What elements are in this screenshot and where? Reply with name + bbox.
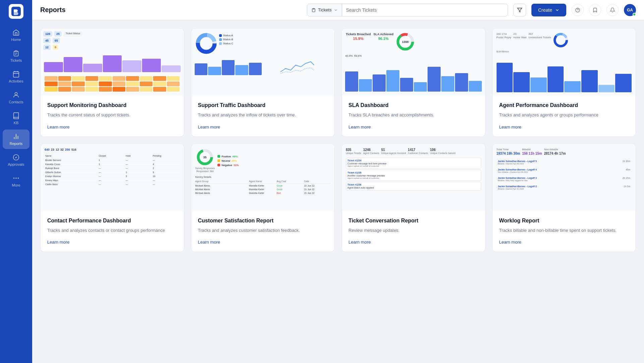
- card-body-worklog: Worklog Report Tracks billable and non-b…: [493, 211, 636, 252]
- create-button[interactable]: Create: [531, 4, 566, 16]
- filter-button[interactable]: [513, 4, 526, 16]
- avatar[interactable]: GA: [624, 4, 636, 16]
- notifications-button[interactable]: [606, 4, 619, 16]
- card-preview-traffic: Status A Status B Status C: [191, 29, 335, 96]
- bookmark-icon: [592, 7, 598, 13]
- card-body-conversation: Ticket Conversation Report Review messag…: [342, 211, 485, 252]
- learn-more-link[interactable]: Learn more: [47, 124, 69, 129]
- svg-point-3: [15, 93, 17, 95]
- card-body-monitoring: Support Monitoring Dashboard Tracks the …: [41, 96, 184, 137]
- svg-point-6: [15, 177, 17, 179]
- card-preview-agent: 26h 17m Public Reply 23 Home Wait 267 Un…: [493, 29, 636, 96]
- learn-more-link[interactable]: Learn more: [47, 240, 69, 245]
- card-csat[interactable]: 35 Survey Responses Responded: 368 Posit…: [191, 144, 335, 252]
- gauge-chart: 1398: [396, 33, 414, 51]
- card-desc: Tracks and analyzes agents or groups per…: [499, 112, 629, 118]
- sidebar-item-activities[interactable]: Activities: [3, 67, 29, 87]
- card-title: Worklog Report: [499, 218, 629, 224]
- card-ticket-conversation[interactable]: 835 Unique Tickets 1246 Agent Contacts 5…: [341, 144, 486, 252]
- svg-point-7: [18, 177, 19, 179]
- sidebar-item-contacts[interactable]: Contacts: [3, 88, 29, 107]
- header: Reports Tickets Create GA: [32, 0, 644, 20]
- csat-gauge: 35: [196, 148, 214, 166]
- page-title: Reports: [40, 6, 66, 14]
- learn-more-link[interactable]: Learn more: [499, 124, 521, 129]
- card-preview-worklog: Total Time 19374 19h 30m Billable 156 11…: [493, 144, 636, 211]
- line-chart: [264, 58, 331, 75]
- card-title: Contact Performance Dashboard: [47, 218, 177, 224]
- card-title: Support Traffic Dashboard: [198, 102, 328, 108]
- svg-rect-2: [13, 72, 19, 77]
- learn-more-link[interactable]: Learn more: [348, 124, 371, 129]
- card-desc: Tracks billable and non-billable time sp…: [499, 227, 629, 234]
- card-desc: Tracks and analyzes contacts or contact …: [47, 227, 177, 234]
- card-title: Agent Performance Dashboard: [499, 102, 629, 108]
- card-preview-contact: 640 23 12 32 256 516 Name Closed Hold: [41, 144, 184, 211]
- search-type-button[interactable]: Tickets: [307, 4, 342, 16]
- card-preview-monitoring: 126 25 Ticket Status 45 65 12 8: [41, 29, 184, 96]
- card-body-csat: Customer Satisfaction Report Tracks and …: [191, 211, 335, 252]
- card-title: Customer Satisfaction Report: [198, 218, 328, 224]
- sidebar-item-kb[interactable]: KB: [3, 109, 29, 128]
- sidebar-item-home[interactable]: Home: [3, 25, 29, 45]
- sidebar: Home Tickets Activities Contacts KB Repo…: [0, 0, 32, 363]
- sidebar-item-reports[interactable]: Reports: [3, 129, 29, 149]
- sidebar-item-more[interactable]: More: [3, 171, 29, 191]
- card-desc: Tracks and analyzes customer satisfactio…: [198, 227, 328, 234]
- sidebar-item-tickets[interactable]: Tickets: [3, 46, 29, 66]
- online-badge: [633, 13, 636, 16]
- card-preview-sla: Tickets Breached 15.9% SLA Achieved 96.1…: [342, 29, 485, 96]
- bell-icon: [610, 7, 615, 13]
- help-icon: [575, 7, 580, 13]
- bookmarks-button[interactable]: [589, 4, 601, 16]
- filter-icon: [517, 7, 522, 13]
- card-desc: Tracks and analyzes the inflow of ticket…: [198, 112, 328, 118]
- main-area: Reports Tickets Create GA: [32, 0, 644, 363]
- svg-rect-8: [313, 8, 314, 9]
- card-desc: Tracks the current status of support tic…: [47, 112, 177, 118]
- donut-chart: [195, 33, 217, 54]
- card-title: SLA Dashboard: [348, 102, 478, 108]
- svg-text:1398: 1398: [402, 40, 409, 44]
- card-desc: Tracks SLA breaches and accomplishments.: [348, 112, 478, 118]
- app-logo[interactable]: [9, 4, 23, 19]
- learn-more-link[interactable]: Learn more: [198, 124, 220, 129]
- card-agent-performance[interactable]: 26h 17m Public Reply 23 Home Wait 267 Un…: [492, 28, 636, 137]
- ticket-icon: [311, 8, 316, 12]
- svg-point-5: [13, 177, 15, 179]
- svg-rect-1: [15, 51, 17, 52]
- search-container: Tickets: [307, 4, 508, 16]
- card-desc: Review message updates.: [348, 227, 478, 234]
- sidebar-item-approvals[interactable]: Approvals: [3, 150, 29, 170]
- card-title: Support Monitoring Dashboard: [47, 102, 177, 108]
- card-title: Ticket Conversation Report: [348, 218, 478, 224]
- card-worklog[interactable]: Total Time 19374 19h 30m Billable 156 11…: [492, 144, 636, 252]
- card-body-agent: Agent Performance Dashboard Tracks and a…: [493, 96, 636, 137]
- content-area: 126 25 Ticket Status 45 65 12 8: [32, 20, 644, 363]
- card-body-contact: Contact Performance Dashboard Tracks and…: [41, 211, 184, 252]
- card-support-monitoring[interactable]: 126 25 Ticket Status 45 65 12 8: [40, 28, 184, 137]
- chevron-down-icon: [334, 8, 338, 12]
- help-button[interactable]: [572, 4, 584, 16]
- card-body-traffic: Support Traffic Dashboard Tracks and ana…: [191, 96, 335, 137]
- pie-chart: [553, 33, 568, 48]
- card-sla[interactable]: Tickets Breached 15.9% SLA Achieved 96.1…: [341, 28, 486, 137]
- svg-text:35: 35: [203, 156, 207, 159]
- reports-grid: 126 25 Ticket Status 45 65 12 8: [40, 28, 636, 252]
- card-body-sla: SLA Dashboard Tracks SLA breaches and ac…: [342, 96, 485, 137]
- search-input[interactable]: [342, 7, 508, 13]
- card-support-traffic[interactable]: Status A Status B Status C: [191, 28, 335, 137]
- learn-more-link[interactable]: Learn more: [348, 240, 371, 245]
- learn-more-link[interactable]: Learn more: [499, 240, 521, 245]
- card-preview-csat: 35 Survey Responses Responded: 368 Posit…: [191, 144, 335, 211]
- card-preview-conversation: 835 Unique Tickets 1246 Agent Contacts 5…: [342, 144, 485, 211]
- learn-more-link[interactable]: Learn more: [198, 240, 220, 245]
- chevron-down-icon: [555, 8, 560, 12]
- card-contact-performance[interactable]: 640 23 12 32 256 516 Name Closed Hold: [40, 144, 184, 252]
